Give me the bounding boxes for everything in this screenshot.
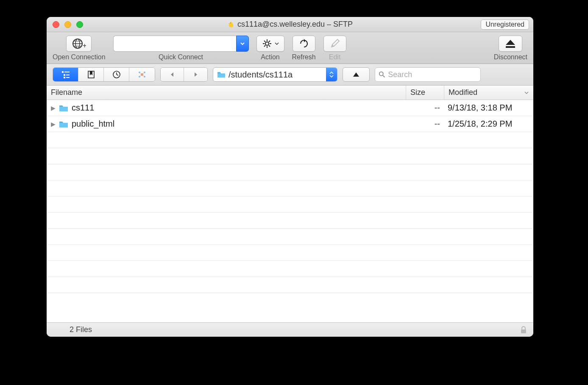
- open-connection-label: Open Connection: [53, 53, 106, 61]
- edit-item: Edit: [323, 36, 346, 61]
- chevron-down-icon: [275, 42, 279, 46]
- path-text: /students/cs111a: [229, 70, 326, 80]
- table-row[interactable]: ▶ public_html -- 1/25/18, 2:29 PM: [47, 116, 533, 132]
- svg-rect-23: [64, 77, 65, 78]
- globe-plus-icon: +: [72, 38, 86, 50]
- file-list[interactable]: ▶ cs111 -- 9/13/18, 3:18 PM ▶ public_htm…: [47, 100, 533, 322]
- svg-point-1: [230, 22, 232, 25]
- nav-segment: [160, 67, 208, 82]
- eject-icon: [504, 39, 517, 49]
- search-icon: [379, 71, 385, 78]
- unregistered-badge[interactable]: Unregistered: [481, 19, 529, 30]
- status-bar: 2 Files: [47, 322, 533, 337]
- app-icon: [227, 21, 235, 28]
- titlebar: cs111a@cs.wellesley.edu – SFTP Unregiste…: [47, 17, 533, 32]
- empty-row: [47, 213, 533, 229]
- file-name: public_html: [72, 119, 114, 129]
- view-bonjour-button[interactable]: [129, 68, 155, 81]
- quick-connect-label: Quick Connect: [159, 53, 203, 61]
- table-row[interactable]: ▶ cs111 -- 9/13/18, 3:18 PM: [47, 100, 533, 116]
- folder-icon: [58, 104, 69, 112]
- triangle-up-icon: [353, 72, 359, 78]
- svg-line-14: [264, 41, 265, 42]
- quick-connect-item: Quick Connect: [113, 36, 249, 61]
- go-up-button[interactable]: [343, 67, 370, 82]
- table-header: Filename Size Modified: [47, 86, 533, 100]
- empty-row: [47, 245, 533, 261]
- view-bookmarks-button[interactable]: [78, 68, 104, 81]
- svg-line-39: [383, 75, 385, 78]
- svg-point-0: [229, 23, 234, 28]
- quick-connect-combo[interactable]: [113, 36, 249, 52]
- svg-point-2: [230, 22, 231, 23]
- chevron-up-icon: [329, 72, 334, 74]
- refresh-icon: [298, 38, 310, 50]
- disclosure-triangle-icon[interactable]: ▶: [51, 121, 56, 127]
- action-button[interactable]: [256, 36, 284, 52]
- svg-line-16: [264, 45, 265, 47]
- disconnect-button[interactable]: [499, 36, 522, 52]
- empty-row: [47, 148, 533, 164]
- empty-row: [47, 164, 533, 180]
- view-outline-button[interactable]: [53, 68, 78, 81]
- svg-line-17: [269, 41, 270, 42]
- minimize-window-button[interactable]: [64, 21, 71, 28]
- file-name: cs111: [72, 103, 94, 113]
- lock-icon: [520, 326, 527, 334]
- svg-point-38: [379, 72, 383, 76]
- svg-point-9: [265, 42, 269, 45]
- file-size: --: [406, 119, 444, 129]
- disconnect-label: Disconnect: [494, 53, 527, 61]
- file-modified: 1/25/18, 2:29 PM: [444, 119, 533, 129]
- view-history-button[interactable]: [104, 68, 129, 81]
- disclosure-triangle-icon[interactable]: ▶: [51, 105, 56, 111]
- nav-back-button[interactable]: [161, 68, 184, 81]
- svg-text:+: +: [83, 42, 86, 49]
- chevron-down-icon: [329, 75, 334, 78]
- folder-icon: [217, 71, 226, 78]
- refresh-button[interactable]: [293, 36, 315, 52]
- refresh-label: Refresh: [292, 53, 316, 61]
- app-window: cs111a@cs.wellesley.edu – SFTP Unregiste…: [47, 17, 533, 337]
- search-box[interactable]: [375, 67, 481, 82]
- file-modified: 9/13/18, 3:18 PM: [444, 103, 533, 113]
- open-connection-button[interactable]: +: [66, 36, 92, 52]
- empty-row: [47, 261, 533, 277]
- triangle-right-icon: [193, 72, 199, 78]
- folder-icon: [58, 120, 69, 128]
- path-stepper[interactable]: [326, 68, 337, 81]
- close-window-button[interactable]: [53, 21, 59, 28]
- empty-row: [47, 229, 533, 245]
- empty-row: [47, 180, 533, 197]
- svg-rect-21: [64, 74, 65, 76]
- action-label: Action: [261, 53, 279, 61]
- nav-forward-button[interactable]: [184, 68, 207, 81]
- column-filename[interactable]: Filename: [47, 86, 406, 100]
- clock-icon: [112, 70, 121, 79]
- zoom-window-button[interactable]: [76, 21, 83, 28]
- svg-rect-18: [506, 46, 515, 48]
- window-title: cs111a@cs.wellesley.edu – SFTP: [47, 20, 533, 29]
- edit-label: Edit: [329, 53, 341, 61]
- empty-row: [47, 132, 533, 148]
- quick-connect-input[interactable]: [113, 36, 236, 52]
- action-item: Action: [256, 36, 284, 61]
- outline-view-icon: [61, 70, 70, 79]
- window-title-text: cs111a@cs.wellesley.edu – SFTP: [237, 20, 353, 29]
- open-connection-item: + Open Connection: [53, 36, 106, 61]
- sort-indicator-icon: [524, 90, 529, 95]
- bonjour-icon: [137, 70, 147, 79]
- column-size[interactable]: Size: [406, 86, 444, 100]
- column-modified-label: Modified: [449, 88, 477, 97]
- quick-connect-dropdown[interactable]: [236, 36, 249, 52]
- search-input[interactable]: [388, 70, 477, 79]
- traffic-lights: [53, 21, 83, 28]
- column-modified[interactable]: Modified: [444, 86, 533, 100]
- path-selector[interactable]: /students/cs111a: [213, 67, 337, 82]
- gear-icon: [262, 38, 273, 49]
- edit-button[interactable]: [323, 36, 346, 52]
- view-mode-segment: [53, 67, 155, 82]
- secondary-toolbar: /students/cs111a: [47, 64, 533, 86]
- file-size: --: [406, 103, 444, 113]
- triangle-left-icon: [169, 72, 175, 78]
